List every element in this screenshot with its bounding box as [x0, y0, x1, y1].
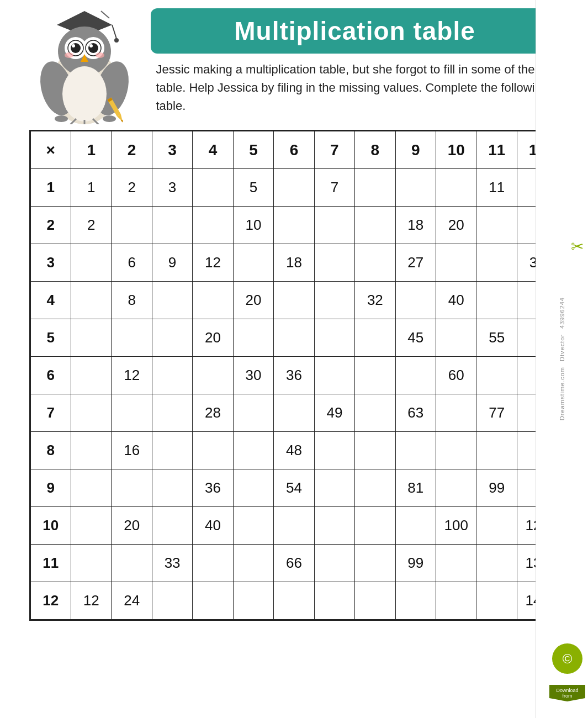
header-multiply: ×: [30, 131, 71, 169]
cell-7-8: [355, 394, 395, 432]
cell-3-3: 9: [152, 244, 192, 282]
cell-7-7: 49: [314, 394, 354, 432]
table-row: 11235711: [30, 169, 558, 207]
cell-6-10: 60: [436, 357, 476, 394]
row-header-8: 8: [30, 432, 71, 469]
cell-9-6: 54: [274, 469, 314, 507]
cell-7-9: 63: [395, 394, 436, 432]
cell-9-10: [436, 469, 476, 507]
cell-8-9: [395, 432, 436, 469]
multiplication-table-container: × 1 2 3 4 5 6 7 8 9 10 11 12 11235711221…: [29, 130, 559, 621]
cell-12-5: [233, 582, 273, 620]
row-header-6: 6: [30, 357, 71, 394]
cell-9-1: [71, 469, 111, 507]
cell-10-9: [395, 507, 436, 545]
cell-6-8: [355, 357, 395, 394]
header-9: 9: [395, 131, 436, 169]
cell-4-11: [476, 282, 517, 319]
table-row: 612303660: [30, 357, 558, 394]
cell-3-7: [314, 244, 354, 282]
cell-5-9: 45: [395, 319, 436, 357]
cell-9-11: 99: [476, 469, 517, 507]
cell-11-6: 66: [274, 545, 314, 582]
cell-3-10: [436, 244, 476, 282]
cell-4-8: 32: [355, 282, 395, 319]
cell-8-4: [193, 432, 233, 469]
cell-5-11: 55: [476, 319, 517, 357]
cell-5-3: [152, 319, 192, 357]
cell-11-11: [476, 545, 517, 582]
owl-illustration: [29, 8, 140, 119]
cell-8-2: 16: [112, 432, 152, 469]
cell-2-2: [112, 207, 152, 244]
table-row: 48203240: [30, 282, 558, 319]
cell-6-7: [314, 357, 354, 394]
cell-11-8: [355, 545, 395, 582]
cell-9-7: [314, 469, 354, 507]
table-row: 936548199: [30, 469, 558, 507]
row-header-3: 3: [30, 244, 71, 282]
scissors-icon: ✂: [571, 237, 584, 256]
cell-4-9: [395, 282, 436, 319]
cell-5-1: [71, 319, 111, 357]
row-header-12: 12: [30, 582, 71, 620]
cell-10-10: 100: [436, 507, 476, 545]
svg-point-26: [103, 115, 116, 122]
row-header-5: 5: [30, 319, 71, 357]
cell-1-4: [193, 169, 233, 207]
cell-11-4: [193, 545, 233, 582]
cell-10-7: [314, 507, 354, 545]
cell-10-5: [233, 507, 273, 545]
svg-line-4: [101, 11, 109, 18]
row-header-2: 2: [30, 207, 71, 244]
cell-5-8: [355, 319, 395, 357]
cell-1-7: 7: [314, 169, 354, 207]
cell-6-2: 12: [112, 357, 152, 394]
cell-8-5: [233, 432, 273, 469]
cell-1-2: 2: [112, 169, 152, 207]
download-badge: Download from: [549, 685, 585, 701]
cell-8-7: [314, 432, 354, 469]
cell-1-11: 11: [476, 169, 517, 207]
cell-7-1: [71, 394, 111, 432]
cell-4-6: [274, 282, 314, 319]
cell-12-1: 12: [71, 582, 111, 620]
cell-5-7: [314, 319, 354, 357]
cell-2-7: [314, 207, 354, 244]
header-3: 3: [152, 131, 192, 169]
cell-11-9: 99: [395, 545, 436, 582]
cell-11-7: [314, 545, 354, 582]
cell-9-2: [112, 469, 152, 507]
cell-11-2: [112, 545, 152, 582]
sidebar-watermark: ✂ 43996244 Dtvector Dreamstime.com © Dow…: [536, 0, 588, 718]
cell-2-5: 10: [233, 207, 273, 244]
header-2: 2: [112, 131, 152, 169]
cell-2-4: [193, 207, 233, 244]
cell-1-3: 3: [152, 169, 192, 207]
cell-2-9: 18: [395, 207, 436, 244]
cell-11-5: [233, 545, 273, 582]
cell-4-10: 40: [436, 282, 476, 319]
cell-10-6: [274, 507, 314, 545]
svg-line-2: [112, 25, 116, 39]
cell-9-3: [152, 469, 192, 507]
header-1: 1: [71, 131, 111, 169]
svg-point-19: [65, 52, 73, 58]
svg-point-3: [114, 38, 119, 43]
cell-12-11: [476, 582, 517, 620]
table-row: 5204555: [30, 319, 558, 357]
header-10: 10: [436, 131, 476, 169]
table-row: 102040100120: [30, 507, 558, 545]
cell-1-9: [395, 169, 436, 207]
title-banner: Multiplication table: [151, 8, 559, 54]
cell-1-8: [355, 169, 395, 207]
description-text: Jessic making a multiplication table, bu…: [151, 60, 559, 115]
cell-3-9: 27: [395, 244, 436, 282]
cell-10-4: 40: [193, 507, 233, 545]
table-row: 121224144: [30, 582, 558, 620]
cell-10-1: [71, 507, 111, 545]
header-7: 7: [314, 131, 354, 169]
cell-3-5: [233, 244, 273, 282]
cell-6-3: [152, 357, 192, 394]
table-row: 728496377: [30, 394, 558, 432]
